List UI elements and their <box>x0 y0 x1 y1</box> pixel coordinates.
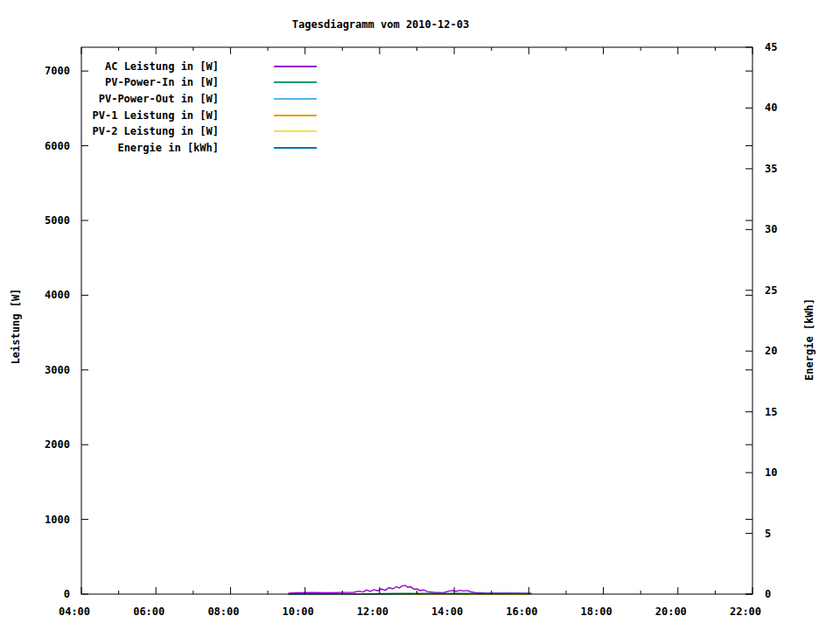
series-line-1 <box>289 585 531 593</box>
x-tick-label: 10:00 <box>283 606 314 618</box>
y-tick-label: 2000 <box>45 438 70 451</box>
y-tick-label: 5000 <box>45 214 70 227</box>
y2-tick-label: 25 <box>765 284 777 297</box>
y2-tick-label: 5 <box>765 528 771 540</box>
y2-tick-label: 15 <box>765 406 777 418</box>
y-tick-label: 0 <box>64 588 70 600</box>
x-tick-label: 04:00 <box>59 606 90 618</box>
x-tick-label: 16:00 <box>506 606 537 618</box>
y2-tick-label: 30 <box>765 223 777 235</box>
x-tick-label: 08:00 <box>207 606 239 618</box>
x-tick-label: 18:00 <box>580 606 612 618</box>
y2-tick-label: 10 <box>765 466 777 479</box>
x-tick-label: 20:00 <box>655 606 687 618</box>
y2-tick-label: 35 <box>765 163 777 175</box>
x-tick-label: 06:00 <box>133 606 164 618</box>
y2-tick-label: 20 <box>765 345 777 357</box>
y2-tick-label: 45 <box>765 41 777 53</box>
chart-window: Tagesdiagramm vom 2010-12-03 Leistung [W… <box>0 0 840 630</box>
y-tick-label: 3000 <box>45 364 70 376</box>
y-tick-label: 4000 <box>45 289 70 301</box>
y2-tick-label: 40 <box>765 102 777 114</box>
x-tick-label: 14:00 <box>431 606 463 618</box>
y-tick-label: 7000 <box>45 65 70 77</box>
plot-area: 04:0006:0008:0010:0012:0014:0016:0018:00… <box>0 0 840 630</box>
plot-border <box>81 47 752 594</box>
x-tick-label: 22:00 <box>730 606 761 618</box>
y-tick-label: 6000 <box>45 140 70 152</box>
y-tick-label: 1000 <box>45 514 70 526</box>
y2-tick-label: 0 <box>765 588 771 600</box>
x-tick-label: 12:00 <box>357 606 388 618</box>
